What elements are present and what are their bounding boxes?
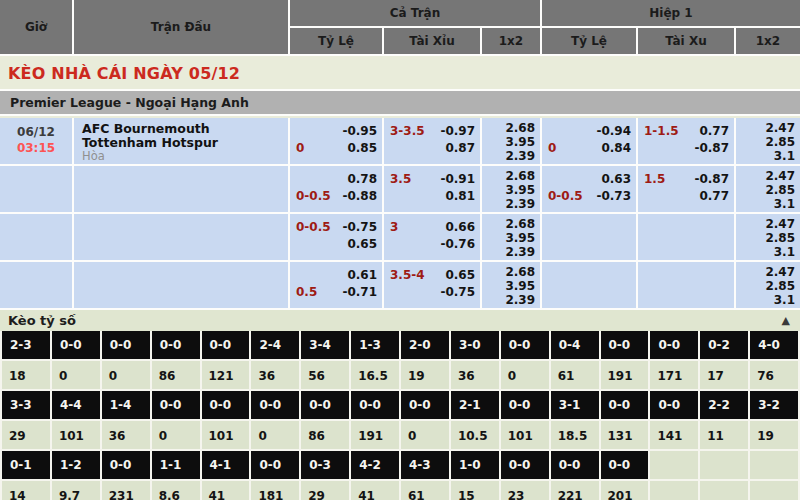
score-odds-cell[interactable]: 10.5 [451, 421, 499, 449]
score-odds-cell[interactable]: 121 [202, 361, 250, 389]
score-header-cell: 0-2 [700, 331, 748, 359]
score-odds-cell[interactable]: 14 [2, 481, 50, 500]
score-odds-cell[interactable]: 36 [451, 361, 499, 389]
odds-table-header: Giờ Trận Đấu Cả Trận Hiệp 1 Tỷ Lệ Tài Xỉ… [0, 0, 800, 56]
ft-1x2-cell[interactable]: 2.683.952.39 [482, 166, 540, 212]
ft-handicap-cell[interactable]: 0-0.5-0.750.65 [290, 214, 382, 260]
score-odds-cell[interactable]: 0 [52, 361, 100, 389]
score-odds-cell[interactable]: 29 [301, 481, 349, 500]
score-odds-cell[interactable]: 61 [401, 481, 449, 500]
odds-line: -0.87 [638, 140, 734, 157]
score-odds-cell[interactable]: 16.5 [351, 361, 399, 389]
h1-1x2-cell[interactable]: 2.472.853.1 [736, 214, 800, 260]
score-odds-cell[interactable]: 29 [2, 421, 50, 449]
collapse-arrow-icon[interactable]: ▲ [782, 309, 790, 332]
score-section-title: Kèo tỷ số [8, 313, 76, 328]
score-odds-cell[interactable]: 191 [601, 361, 649, 389]
score-odds-cell[interactable]: 56 [301, 361, 349, 389]
score-odds-cell[interactable]: 18 [2, 361, 50, 389]
away-team-name: Tottenham Hotspur [82, 136, 288, 150]
score-odds-cell[interactable]: 36 [102, 421, 150, 449]
score-odds-cell[interactable]: 221 [551, 481, 599, 500]
score-section-bar: Kèo tỷ số ▲ [0, 308, 800, 331]
column-group-full-match: Cả Trận [290, 0, 540, 26]
ft-handicap-cell[interactable]: 0.610.5-0.71 [290, 262, 382, 308]
score-odds-cell[interactable]: 101 [501, 421, 549, 449]
score-odds-cell[interactable]: 86 [301, 421, 349, 449]
h1-1x2-cell[interactable]: 2.472.853.1 [736, 166, 800, 212]
score-odds-cell[interactable]: 0 [401, 421, 449, 449]
h1-1x2-cell[interactable]: 2.472.853.1 [736, 262, 800, 308]
odds-value: 2.68 [482, 121, 540, 135]
handicap-label: 1-1.5 [644, 123, 679, 140]
score-odds-cell[interactable]: 191 [351, 421, 399, 449]
score-odds-cell[interactable]: 101 [202, 421, 250, 449]
score-header-cell: 0-0 [202, 331, 250, 359]
ft-over-under-cell[interactable]: 3-3.5-0.970.87 [384, 118, 480, 164]
ft-1x2-cell[interactable]: 2.683.952.39 [482, 262, 540, 308]
score-odds-cell[interactable]: 86 [152, 361, 200, 389]
handicap-label: 0-0.5 [296, 188, 331, 205]
score-header-cell: 4-3 [401, 451, 449, 479]
column-header-match: Trận Đấu [74, 0, 288, 54]
h1-over-under-cell[interactable]: 1-1.50.77-0.87 [638, 118, 734, 164]
odds-line: 3-3.5-0.97 [384, 123, 480, 140]
odds-line: 30.66 [384, 219, 480, 236]
score-odds-cell[interactable]: 0 [102, 361, 150, 389]
score-odds-cell[interactable]: 171 [650, 361, 698, 389]
score-odds-cell[interactable]: 36 [251, 361, 299, 389]
odds-value: -0.75 [342, 219, 377, 236]
ft-over-under-cell[interactable]: 3.5-40.65-0.75 [384, 262, 480, 308]
score-odds-cell[interactable]: 19 [750, 421, 798, 449]
score-odds-cell[interactable]: 18.5 [551, 421, 599, 449]
match-date: 06/12 [0, 125, 72, 139]
odds-value: 2.47 [736, 121, 800, 135]
odds-value: 2.68 [482, 169, 540, 183]
score-header-cell: 2-1 [451, 391, 499, 419]
score-odds-cell[interactable]: 23 [501, 481, 549, 500]
odds-value: -0.75 [440, 284, 475, 301]
score-odds-cell[interactable]: 181 [251, 481, 299, 500]
h1-1x2-cell[interactable]: 2.472.853.1 [736, 118, 800, 164]
ft-1x2-cell[interactable]: 2.683.952.39 [482, 118, 540, 164]
ft-over-under-cell[interactable]: 3.5-0.910.81 [384, 166, 480, 212]
ft-handicap-cell[interactable]: -0.9500.85 [290, 118, 382, 164]
ft-over-under-cell[interactable]: 30.66-0.76 [384, 214, 480, 260]
score-odds-cell[interactable]: 9.7 [52, 481, 100, 500]
score-header-cell: 3-2 [750, 391, 798, 419]
h1-over-under-cell[interactable]: 1.5-0.870.77 [638, 166, 734, 212]
score-odds-cell[interactable]: 11 [700, 421, 748, 449]
league-header[interactable]: Premier League - Ngoại Hạng Anh [0, 89, 800, 116]
score-odds-cell[interactable]: 15 [451, 481, 499, 500]
odds-value: 2.85 [736, 135, 800, 149]
score-header-cell: 0-0 [102, 331, 150, 359]
score-odds-cell[interactable]: 41 [351, 481, 399, 500]
handicap-label: 3-3.5 [390, 123, 425, 140]
score-odds-cell[interactable]: 0 [251, 421, 299, 449]
score-odds-cell[interactable]: 41 [202, 481, 250, 500]
match-cell [74, 214, 288, 260]
score-header-cell: 0-0 [102, 451, 150, 479]
score-odds-cell[interactable]: 19 [401, 361, 449, 389]
score-header-cell: 0-0 [601, 451, 649, 479]
score-odds-cell[interactable]: 61 [551, 361, 599, 389]
score-odds-cell[interactable]: 201 [601, 481, 649, 500]
score-odds-cell[interactable]: 8.6 [152, 481, 200, 500]
handicap-label: 0 [296, 140, 304, 157]
ft-1x2-cell[interactable]: 2.683.952.39 [482, 214, 540, 260]
score-odds-cell[interactable]: 131 [601, 421, 649, 449]
odds-value: 2.85 [736, 183, 800, 197]
score-odds-cell[interactable]: 141 [650, 421, 698, 449]
score-odds-cell[interactable]: 17 [700, 361, 748, 389]
score-odds-cell[interactable]: 101 [52, 421, 100, 449]
score-odds-cell[interactable]: 231 [102, 481, 150, 500]
handicap-label: 0-0.5 [548, 188, 583, 205]
odds-value: -0.87 [694, 140, 729, 157]
score-odds-cell[interactable]: 0 [501, 361, 549, 389]
ft-handicap-cell[interactable]: 0.780-0.5-0.88 [290, 166, 382, 212]
h1-handicap-cell[interactable]: 0.630-0.5-0.73 [542, 166, 636, 212]
score-odds-cell[interactable]: 76 [750, 361, 798, 389]
odds-line: 0-0.5-0.75 [290, 219, 382, 236]
h1-handicap-cell[interactable]: -0.9400.84 [542, 118, 636, 164]
score-odds-cell[interactable]: 0 [152, 421, 200, 449]
